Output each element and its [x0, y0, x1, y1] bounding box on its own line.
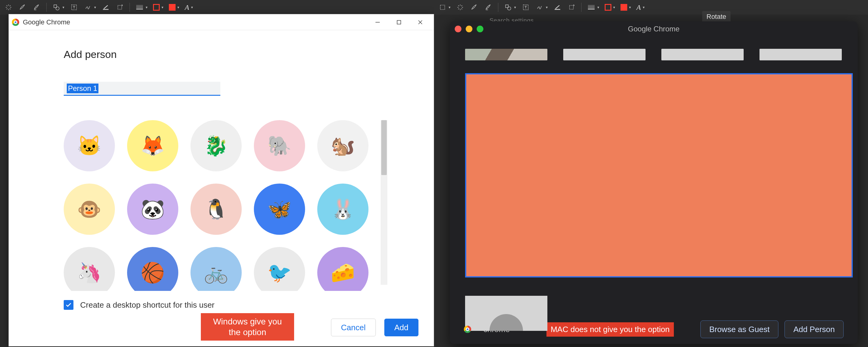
shortcut-checkbox[interactable]	[64, 300, 73, 310]
redact-icon[interactable]	[101, 3, 110, 11]
shape-tool[interactable]: ▾	[504, 3, 516, 11]
avatar-cheese[interactable]: 🧀	[317, 247, 369, 291]
avatar-origami-elephant[interactable]: 🐘	[254, 120, 305, 171]
redact-icon[interactable]	[553, 3, 562, 11]
mac-body	[450, 37, 858, 315]
avatar-origami-rabbit[interactable]: 🐰	[317, 183, 369, 235]
fill-color-tool[interactable]: ▾	[621, 4, 631, 11]
window-controls	[373, 18, 431, 27]
sparkle-icon[interactable]	[4, 3, 13, 11]
profile-card[interactable]	[661, 49, 744, 60]
chevron-down-icon: ▾	[643, 5, 645, 9]
shortcut-label: Create a desktop shortcut for this user	[80, 300, 215, 310]
fill-swatch-icon	[169, 4, 176, 11]
chevron-down-icon: ▾	[546, 5, 548, 9]
avatar-origami-cat[interactable]: 🐱	[64, 120, 115, 171]
chevron-down-icon: ▾	[146, 5, 148, 9]
shape-tool[interactable]: ▾	[52, 3, 64, 11]
close-button[interactable]	[415, 18, 425, 27]
annotation-callout-mac: MAC does not give you the option	[547, 322, 674, 337]
scrollbar[interactable]	[381, 120, 388, 285]
add-button[interactable]: Add	[384, 319, 418, 336]
avatar-origami-squirrel[interactable]: 🐿️	[317, 120, 369, 171]
annotation-rectangle[interactable]	[465, 73, 853, 278]
fill-color-tool[interactable]: ▾	[169, 4, 179, 11]
avatar-origami-panda[interactable]: 🐼	[127, 183, 178, 235]
avatar-origami-monkey[interactable]: 🐵	[64, 183, 115, 235]
line-weight-tool[interactable]: ▾	[135, 3, 148, 11]
signature-icon	[535, 3, 544, 11]
left-pane: ▾ ▾ ▾ ▾ ▾ A ▾	[0, 0, 434, 347]
fill-swatch-icon	[621, 4, 627, 11]
avatar-bicycle[interactable]: 🚲	[190, 247, 242, 291]
avatar-origami-penguin[interactable]: 🐧	[190, 183, 242, 235]
stroke-swatch-icon	[153, 4, 160, 11]
mac-stage: Search settings Google Chrome	[450, 17, 868, 347]
stroke-color-tool[interactable]: ▾	[153, 4, 163, 11]
sparkle-icon[interactable]	[456, 3, 464, 11]
avatar-origami-butterfly[interactable]: 🦋	[254, 183, 305, 235]
selection-icon	[438, 3, 447, 11]
avatar-placeholder-icon	[490, 314, 523, 331]
avatar-origami-unicorn[interactable]: 🦄	[64, 247, 115, 291]
shape-icon	[52, 3, 61, 11]
separator	[46, 3, 46, 12]
chevron-down-icon: ▾	[161, 5, 163, 9]
separator	[129, 3, 130, 12]
chevron-down-icon: ▾	[448, 5, 451, 9]
svg-rect-13	[555, 9, 560, 10]
avatar-origami-dragon[interactable]: 🐉	[190, 120, 242, 171]
add-person-button[interactable]: Add Person	[784, 320, 844, 338]
scrollbar-thumb[interactable]	[381, 120, 387, 175]
line-weight-icon	[135, 3, 144, 11]
text-tool-icon[interactable]	[522, 3, 530, 11]
minimize-button[interactable]	[373, 18, 382, 27]
chevron-down-icon: ▾	[62, 5, 64, 9]
mac-titlebar: Google Chrome	[450, 21, 858, 37]
chrome-logo-icon	[12, 19, 19, 26]
dialog-body: Add person Person 1 🐱🦊🐉🐘🐿️🐵🐼🐧🦋🐰🦄🏀🚲🐦🧀	[9, 30, 434, 346]
profile-card[interactable]	[563, 49, 646, 60]
eraser-icon[interactable]	[484, 3, 493, 11]
avatar-origami-fox[interactable]: 🦊	[127, 120, 178, 171]
rotate-icon[interactable]	[116, 3, 124, 11]
brush-icon[interactable]	[470, 3, 478, 11]
font-icon: A	[185, 3, 189, 11]
line-weight-tool[interactable]: ▾	[587, 3, 599, 11]
profile-card[interactable]	[760, 49, 842, 60]
profile-card-placeholder[interactable]	[465, 296, 547, 331]
maximize-button[interactable]	[394, 18, 404, 27]
font-icon: A	[637, 3, 641, 11]
stroke-color-tool[interactable]: ▾	[605, 4, 615, 11]
text-tool-icon[interactable]	[70, 3, 78, 11]
shortcut-row: Create a desktop shortcut for this user	[64, 300, 388, 310]
dialog-heading: Add person	[64, 49, 388, 60]
font-tool[interactable]: A ▾	[637, 3, 645, 11]
selection-tool[interactable]: ▾	[438, 3, 451, 11]
signature-tool[interactable]: ▾	[535, 3, 548, 11]
eraser-icon[interactable]	[32, 3, 41, 11]
line-weight-icon	[587, 3, 595, 11]
signature-tool[interactable]: ▾	[84, 3, 96, 11]
signature-icon	[84, 3, 92, 11]
profile-card[interactable]	[465, 49, 547, 60]
brush-icon[interactable]	[18, 3, 27, 11]
cancel-button[interactable]: Cancel	[331, 319, 376, 336]
chevron-down-icon: ▾	[94, 5, 96, 9]
separator	[498, 3, 498, 12]
browse-as-guest-button[interactable]: Browse as Guest	[701, 320, 778, 338]
font-tool[interactable]: A ▾	[185, 3, 193, 11]
dialog-buttons: Cancel Add	[331, 319, 418, 336]
selected-text: Person 1	[67, 84, 98, 93]
svg-rect-9	[440, 5, 445, 10]
avatar-bird[interactable]: 🐦	[254, 247, 305, 291]
window-title: Google Chrome	[450, 25, 858, 33]
stroke-swatch-icon	[605, 4, 611, 11]
rotate-icon[interactable]	[567, 3, 576, 11]
chrome-logo-icon	[464, 326, 471, 333]
shape-icon	[504, 3, 512, 11]
avatar-basketball[interactable]: 🏀	[127, 247, 178, 291]
chevron-down-icon: ▾	[613, 5, 615, 9]
chevron-down-icon: ▾	[177, 5, 179, 9]
svg-rect-4	[118, 5, 122, 9]
